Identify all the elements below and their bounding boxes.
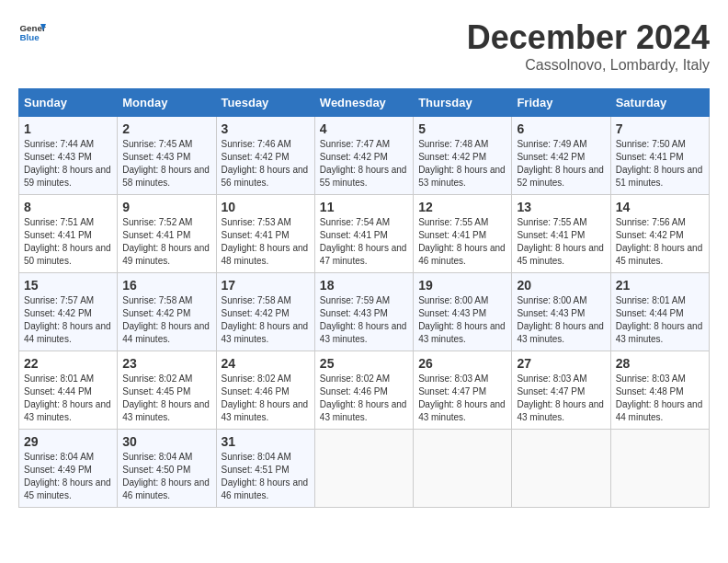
calendar-cell [610,430,709,508]
calendar-cell: 18Sunrise: 7:59 AMSunset: 4:43 PMDayligh… [314,273,413,351]
calendar-week-3: 15Sunrise: 7:57 AMSunset: 4:42 PMDayligh… [19,273,710,351]
calendar-cell: 20Sunrise: 8:00 AMSunset: 4:43 PMDayligh… [512,273,610,351]
calendar-cell: 19Sunrise: 8:00 AMSunset: 4:43 PMDayligh… [414,273,512,351]
day-number: 26 [418,356,506,371]
day-number: 23 [122,356,210,371]
calendar-title: December 2024 [467,18,710,57]
day-info: Sunrise: 7:48 AMSunset: 4:42 PMDaylight:… [418,138,506,190]
day-info: Sunrise: 7:45 AMSunset: 4:43 PMDaylight:… [122,138,210,190]
day-info: Sunrise: 8:04 AMSunset: 4:50 PMDaylight:… [122,451,210,502]
calendar-cell: 30Sunrise: 8:04 AMSunset: 4:50 PMDayligh… [118,430,216,508]
day-info: Sunrise: 8:02 AMSunset: 4:46 PMDaylight:… [222,373,310,424]
day-number: 13 [517,200,605,214]
calendar-subtitle: Cassolnovo, Lombardy, Italy [467,57,710,74]
header-cell-tuesday: Tuesday [216,89,314,117]
calendar-cell: 25Sunrise: 8:02 AMSunset: 4:46 PMDayligh… [314,351,413,430]
day-info: Sunrise: 7:44 AMSunset: 4:43 PMDaylight:… [24,138,112,190]
calendar-cell: 28Sunrise: 8:03 AMSunset: 4:48 PMDayligh… [610,351,709,430]
day-info: Sunrise: 8:04 AMSunset: 4:49 PMDaylight:… [24,451,112,502]
day-info: Sunrise: 7:49 AMSunset: 4:42 PMDaylight:… [517,138,605,190]
day-info: Sunrise: 7:55 AMSunset: 4:41 PMDaylight:… [418,216,506,268]
calendar-cell: 9Sunrise: 7:52 AMSunset: 4:41 PMDaylight… [118,195,216,273]
calendar-cell: 27Sunrise: 8:03 AMSunset: 4:47 PMDayligh… [512,351,610,430]
header-cell-thursday: Thursday [414,89,512,117]
day-number: 10 [222,200,310,214]
day-number: 6 [517,121,605,136]
day-number: 8 [24,200,112,214]
day-number: 7 [616,121,704,136]
day-number: 29 [24,434,112,449]
calendar-cell: 7Sunrise: 7:50 AMSunset: 4:41 PMDaylight… [610,117,709,195]
calendar-cell: 5Sunrise: 7:48 AMSunset: 4:42 PMDaylight… [414,117,512,195]
day-info: Sunrise: 7:54 AMSunset: 4:41 PMDaylight:… [320,216,408,268]
calendar-cell: 3Sunrise: 7:46 AMSunset: 4:42 PMDaylight… [216,117,314,195]
day-number: 24 [222,356,310,371]
day-info: Sunrise: 8:03 AMSunset: 4:47 PMDaylight:… [517,373,605,424]
header: General Blue December 2024 Cassolnovo, L… [18,18,710,74]
day-number: 11 [320,200,408,214]
day-number: 18 [320,278,408,293]
calendar-cell: 12Sunrise: 7:55 AMSunset: 4:41 PMDayligh… [414,195,512,273]
day-info: Sunrise: 7:58 AMSunset: 4:42 PMDaylight:… [122,294,210,346]
header-cell-wednesday: Wednesday [314,89,413,117]
day-number: 1 [24,121,112,136]
day-number: 4 [320,121,408,136]
day-number: 2 [122,121,210,136]
day-number: 30 [122,434,210,449]
day-number: 25 [320,356,408,371]
day-info: Sunrise: 8:03 AMSunset: 4:47 PMDaylight:… [418,373,506,424]
day-info: Sunrise: 8:02 AMSunset: 4:46 PMDaylight:… [320,373,408,424]
day-number: 16 [122,278,210,293]
day-number: 22 [24,356,112,371]
calendar-cell: 31Sunrise: 8:04 AMSunset: 4:51 PMDayligh… [216,430,314,508]
calendar-cell: 10Sunrise: 7:53 AMSunset: 4:41 PMDayligh… [216,195,314,273]
day-number: 31 [222,434,310,449]
day-info: Sunrise: 7:57 AMSunset: 4:42 PMDaylight:… [24,294,112,346]
calendar-cell: 26Sunrise: 8:03 AMSunset: 4:47 PMDayligh… [414,351,512,430]
day-number: 20 [517,278,605,293]
header-cell-saturday: Saturday [610,89,709,117]
day-info: Sunrise: 7:56 AMSunset: 4:42 PMDaylight:… [616,216,704,268]
header-row: SundayMondayTuesdayWednesdayThursdayFrid… [19,89,710,117]
calendar-cell: 21Sunrise: 8:01 AMSunset: 4:44 PMDayligh… [610,273,709,351]
calendar-cell: 13Sunrise: 7:55 AMSunset: 4:41 PMDayligh… [512,195,610,273]
calendar-cell: 16Sunrise: 7:58 AMSunset: 4:42 PMDayligh… [118,273,216,351]
day-info: Sunrise: 7:51 AMSunset: 4:41 PMDaylight:… [24,216,112,268]
calendar-cell: 24Sunrise: 8:02 AMSunset: 4:46 PMDayligh… [216,351,314,430]
calendar-cell [314,430,413,508]
calendar-cell: 23Sunrise: 8:02 AMSunset: 4:45 PMDayligh… [118,351,216,430]
day-number: 17 [222,278,310,293]
svg-text:Blue: Blue [20,32,40,42]
logo: General Blue [18,18,46,46]
day-info: Sunrise: 7:50 AMSunset: 4:41 PMDaylight:… [616,138,704,190]
day-info: Sunrise: 7:53 AMSunset: 4:41 PMDaylight:… [222,216,310,268]
calendar-cell: 14Sunrise: 7:56 AMSunset: 4:42 PMDayligh… [610,195,709,273]
calendar-week-5: 29Sunrise: 8:04 AMSunset: 4:49 PMDayligh… [19,430,710,508]
calendar-cell: 22Sunrise: 8:01 AMSunset: 4:44 PMDayligh… [19,351,118,430]
calendar-week-2: 8Sunrise: 7:51 AMSunset: 4:41 PMDaylight… [19,195,710,273]
calendar-cell: 2Sunrise: 7:45 AMSunset: 4:43 PMDaylight… [118,117,216,195]
day-info: Sunrise: 7:52 AMSunset: 4:41 PMDaylight:… [122,216,210,268]
day-number: 28 [616,356,704,371]
day-number: 3 [222,121,310,136]
header-cell-sunday: Sunday [19,89,118,117]
day-info: Sunrise: 8:01 AMSunset: 4:44 PMDaylight:… [24,373,112,424]
calendar-cell: 11Sunrise: 7:54 AMSunset: 4:41 PMDayligh… [314,195,413,273]
day-info: Sunrise: 7:46 AMSunset: 4:42 PMDaylight:… [222,138,310,190]
calendar-cell: 17Sunrise: 7:58 AMSunset: 4:42 PMDayligh… [216,273,314,351]
day-info: Sunrise: 8:04 AMSunset: 4:51 PMDaylight:… [222,451,310,502]
day-info: Sunrise: 8:00 AMSunset: 4:43 PMDaylight:… [517,294,605,346]
calendar-cell [512,430,610,508]
day-number: 12 [418,200,506,214]
header-cell-friday: Friday [512,89,610,117]
calendar-cell: 15Sunrise: 7:57 AMSunset: 4:42 PMDayligh… [19,273,118,351]
day-number: 19 [418,278,506,293]
day-number: 5 [418,121,506,136]
calendar-cell: 6Sunrise: 7:49 AMSunset: 4:42 PMDaylight… [512,117,610,195]
header-cell-monday: Monday [118,89,216,117]
calendar-cell: 29Sunrise: 8:04 AMSunset: 4:49 PMDayligh… [19,430,118,508]
day-info: Sunrise: 7:47 AMSunset: 4:42 PMDaylight:… [320,138,408,190]
day-info: Sunrise: 7:55 AMSunset: 4:41 PMDaylight:… [517,216,605,268]
logo-icon: General Blue [18,18,46,46]
day-info: Sunrise: 7:58 AMSunset: 4:42 PMDaylight:… [222,294,310,346]
